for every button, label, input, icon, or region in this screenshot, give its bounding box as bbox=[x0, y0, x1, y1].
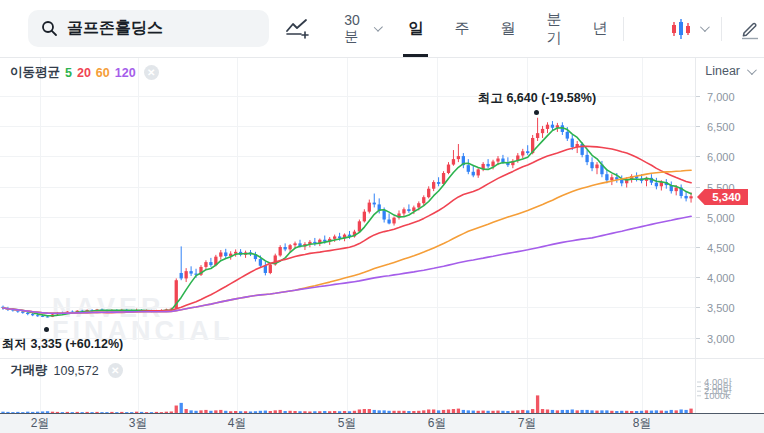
current-price-badge: 5,340 bbox=[697, 189, 748, 205]
svg-text:8월: 8월 bbox=[633, 416, 652, 430]
svg-text:5,000: 5,000 bbox=[707, 212, 735, 224]
svg-text:4월: 4월 bbox=[228, 416, 247, 430]
svg-text:6월: 6월 bbox=[428, 416, 447, 430]
price-axis-labels: 7,0006,5006,0005,5005,0004,5004,0003,500… bbox=[707, 91, 735, 345]
svg-text:3,500: 3,500 bbox=[707, 302, 735, 314]
interval-label: 30분 bbox=[344, 12, 367, 46]
svg-text:2월: 2월 bbox=[31, 416, 50, 430]
toolbar-divider bbox=[721, 17, 722, 41]
ma-20-label: 20 bbox=[77, 66, 91, 80]
tab-week[interactable]: 주 bbox=[452, 0, 471, 57]
pencil-icon bbox=[738, 17, 762, 41]
high-annotation: 최고 6,640 (-19.58%) bbox=[446, 90, 628, 107]
draw-button[interactable] bbox=[736, 15, 764, 43]
tab-month[interactable]: 월 bbox=[498, 0, 517, 57]
toolbar: 골프존홀딩스 30분 일 주 월 분기 년 bbox=[0, 0, 764, 58]
toolbar-divider bbox=[623, 17, 624, 41]
svg-text:7,000: 7,000 bbox=[707, 91, 735, 103]
search-icon bbox=[41, 20, 58, 37]
svg-text:7월: 7월 bbox=[518, 416, 537, 430]
volume-label: 거래량 bbox=[10, 362, 48, 379]
chevron-down-icon bbox=[374, 23, 383, 32]
chart-style-dropdown[interactable] bbox=[670, 18, 707, 40]
ma-legend: 이동평균 5 20 60 120 ✕ bbox=[10, 64, 159, 81]
search-input[interactable]: 골프존홀딩스 bbox=[28, 10, 269, 47]
ma-legend-title: 이동평균 bbox=[10, 64, 60, 81]
scale-dropdown[interactable]: Linear bbox=[705, 64, 754, 78]
svg-text:1000k: 1000k bbox=[704, 390, 730, 401]
tab-year[interactable]: 년 bbox=[590, 0, 609, 57]
stock-chart-app: 골프존홀딩스 30분 일 주 월 분기 년 bbox=[0, 0, 764, 433]
svg-text:4,000: 4,000 bbox=[707, 272, 735, 284]
chevron-down-icon bbox=[700, 22, 710, 32]
ma-5-label: 5 bbox=[65, 66, 72, 80]
svg-text:4,500: 4,500 bbox=[707, 242, 735, 254]
svg-text:3,000: 3,000 bbox=[707, 333, 735, 345]
low-marker-dot bbox=[44, 327, 49, 332]
tab-day[interactable]: 일 bbox=[406, 0, 425, 57]
chart-area: NAVER FINANCIAL 7,0006,5006,0005,5005,00… bbox=[0, 0, 764, 433]
timeframe-tabs: 일 주 월 분기 년 bbox=[406, 0, 609, 57]
candlestick-icon bbox=[670, 18, 693, 40]
volume-legend-close-button[interactable]: ✕ bbox=[108, 363, 123, 378]
search-value: 골프존홀딩스 bbox=[67, 18, 163, 39]
high-marker-dot bbox=[534, 110, 539, 115]
ma-60-label: 60 bbox=[96, 66, 110, 80]
ma-legend-close-button[interactable]: ✕ bbox=[144, 65, 159, 80]
svg-text:5월: 5월 bbox=[338, 416, 357, 430]
ma-120-label: 120 bbox=[115, 66, 136, 80]
svg-text:3월: 3월 bbox=[129, 416, 148, 430]
tab-quarter[interactable]: 분기 bbox=[544, 0, 563, 57]
svg-text:6,000: 6,000 bbox=[707, 151, 735, 163]
scale-label: Linear bbox=[705, 64, 740, 78]
interval-dropdown[interactable]: 30분 bbox=[344, 12, 379, 46]
volume-legend: 거래량 109,572 ✕ bbox=[10, 362, 123, 379]
volume-value: 109,572 bbox=[54, 364, 99, 378]
line-chart-plus-icon bbox=[284, 17, 310, 41]
pane-borders bbox=[0, 57, 764, 414]
add-indicator-button[interactable] bbox=[282, 15, 312, 43]
low-annotation: 최저 3,335 (+60.12%) bbox=[2, 336, 123, 353]
volume-axis-labels: 4.00만3.00만2.00만1000k bbox=[697, 376, 732, 401]
svg-text:6,500: 6,500 bbox=[707, 121, 735, 133]
